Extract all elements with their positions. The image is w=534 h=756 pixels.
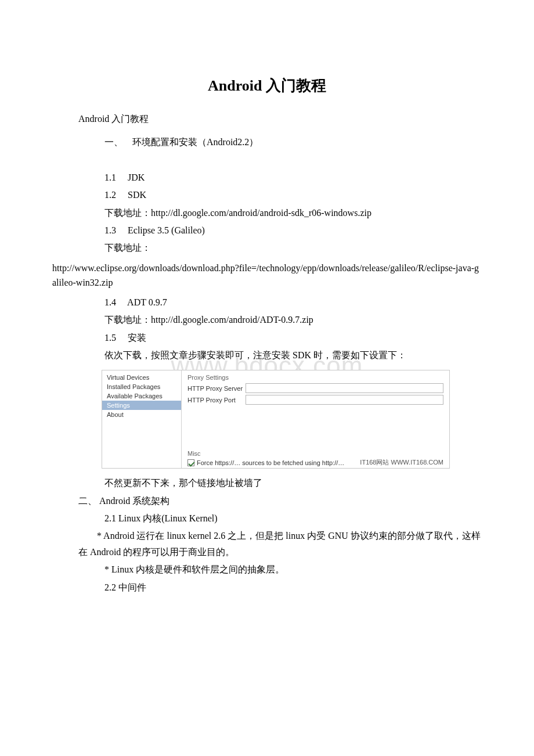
section-2-2-title: 2.2 中间件 — [104, 579, 482, 596]
section-2-1-para2: * Linux 内核是硬件和软件层之间的抽象层。 — [104, 561, 482, 578]
after-screenshot-note: 不然更新不下来，那个链接地址被墙了 — [104, 474, 482, 492]
sdkmgr-sidebar: Virtual Devices Installed Packages Avail… — [102, 370, 182, 468]
it168-watermark: IT168网站 WWW.IT168.COM — [360, 458, 443, 467]
blank-spacer — [104, 151, 482, 168]
page-title: Android 入门教程 — [52, 75, 482, 96]
force-http-checkbox-label: Force https://… sources to be fetched us… — [197, 459, 344, 466]
sidebar-item-available-packages[interactable]: Available Packages — [102, 391, 181, 401]
sdk-manager-settings-screenshot: Virtual Devices Installed Packages Avail… — [102, 370, 450, 469]
item-1-5: 1.5 安装 — [104, 329, 482, 347]
subtitle-line: Android 入门教程 — [78, 113, 482, 125]
proxy-server-label: HTTP Proxy Server — [187, 385, 246, 392]
sidebar-item-installed-packages[interactable]: Installed Packages — [102, 382, 181, 391]
eclipse-download-label: 下载地址： — [104, 239, 482, 257]
section-2-1-title: 2.1 Linux 内核(Linux Kernel) — [104, 510, 482, 527]
proxy-port-label: HTTP Proxy Port — [187, 397, 246, 404]
sdk-download-url: 下载地址：http://dl.google.com/android/androi… — [104, 204, 482, 222]
proxy-settings-group-label: Proxy Settings — [187, 374, 443, 381]
sdkmgr-settings-panel: Proxy Settings HTTP Proxy Server HTTP Pr… — [182, 370, 449, 468]
section-2-1-para1: * Android 运行在 linux kernel 2.6 之上，但是把 li… — [52, 528, 482, 561]
sidebar-item-about[interactable]: About — [102, 410, 181, 419]
item-1-4: 1.4 ADT 0.9.7 — [104, 294, 482, 311]
item-1-1: 1.1 JDK — [104, 169, 482, 186]
eclipse-download-url: http://www.eclipse.org/downloads/downloa… — [52, 261, 482, 290]
sidebar-item-settings[interactable]: Settings — [102, 401, 181, 410]
proxy-server-input[interactable] — [246, 383, 443, 393]
install-note: 依次下载，按照文章步骤安装即可，注意安装 SDK 时，需要如下设置下： — [104, 347, 482, 364]
sidebar-item-virtual-devices[interactable]: Virtual Devices — [102, 373, 181, 382]
misc-group-label: Misc — [187, 450, 443, 457]
section-2-heading: 二、 Android 系统架构 — [78, 492, 482, 510]
section-1-heading: 一、 环境配置和安装（Android2.2） — [104, 134, 482, 151]
item-1-3: 1.3 Eclipse 3.5 (Galileo) — [104, 222, 482, 239]
item-1-2: 1.2 SDK — [104, 186, 482, 204]
force-http-checkbox[interactable] — [187, 459, 194, 466]
proxy-port-input[interactable] — [246, 395, 443, 405]
adt-download-url: 下载地址：http://dl.google.com/android/ADT-0.… — [104, 311, 482, 329]
